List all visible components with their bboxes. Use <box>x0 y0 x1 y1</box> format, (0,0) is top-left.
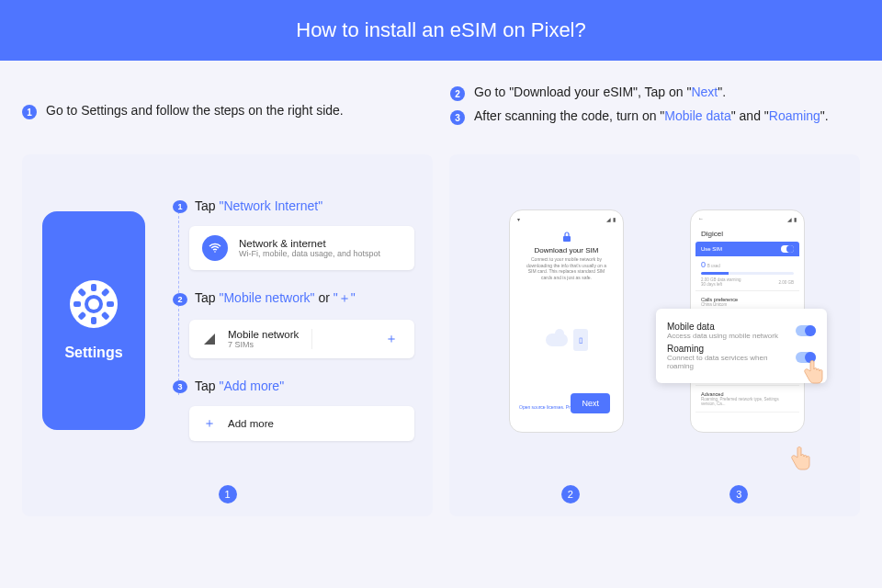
data-usage: 0 B used 2.00 GB data warning 30 days le… <box>695 256 799 291</box>
card-title: Add more <box>228 418 274 429</box>
plus-icon: ＋ <box>202 415 217 432</box>
roaming-link: Roaming <box>769 108 820 123</box>
page-header: How to install an eSIM on Pixel? <box>0 0 882 61</box>
svg-rect-5 <box>107 301 114 307</box>
plus-icon[interactable]: ＋ <box>381 331 401 347</box>
substep-1: 1 Tap "Network Internet" Network & inter… <box>173 198 414 270</box>
mobile-data-label: Mobile data <box>667 322 778 332</box>
use-sim-banner: Use SIM <box>695 242 799 256</box>
mobile-data-sub: Access data using mobile network <box>667 332 778 340</box>
card-title: Mobile network <box>228 329 299 340</box>
sim-chip-icon: ▯ <box>573 329 588 351</box>
intro-step-2: 2 Go to "Download your eSIM", Tap on "Ne… <box>450 85 860 101</box>
step-number-badge: 2 <box>450 86 465 101</box>
mobile-data-link: Mobile data <box>664 108 730 123</box>
roaming-row: Roaming Connect to data services when ro… <box>667 344 816 370</box>
add-more-link: "Add more" <box>219 379 284 393</box>
mobile-data-toggle[interactable] <box>796 325 816 336</box>
step-text: Go to "Download your eSIM", Tap on "Next… <box>474 85 726 99</box>
svg-rect-4 <box>74 301 81 307</box>
intro-step-3: 3 After scanning the code, turn on "Mobi… <box>450 108 860 125</box>
statusbar: ▾◢ ▮ <box>514 216 618 226</box>
carrier-name: Digicel <box>695 226 799 242</box>
step-number-badge: 3 <box>450 110 465 125</box>
download-sim-phone-mock: ▾◢ ▮ Download your SIM Connect to your m… <box>509 209 624 433</box>
settings-label: Settings <box>64 345 122 361</box>
lock-icon <box>514 232 618 243</box>
download-sim-subtitle: Connect to your mobile network by downlo… <box>514 254 618 282</box>
divider <box>311 329 312 349</box>
signal-icon <box>202 332 217 346</box>
gear-icon <box>70 280 118 328</box>
intro-step-1: 1 Go to Settings and follow the steps on… <box>22 103 432 119</box>
next-link: Next <box>691 85 718 99</box>
plus-link: "＋" <box>334 290 356 305</box>
network-internet-card[interactable]: Network & internet Wi-Fi, mobile, data u… <box>189 226 414 270</box>
substep-2: 2 Tap "Mobile network" or "＋" Mobile net… <box>173 290 414 358</box>
roaming-label: Roaming <box>667 344 796 354</box>
pointer-hand-icon <box>797 356 827 386</box>
next-button[interactable]: Next <box>571 393 610 413</box>
step-number-badge: 1 <box>22 105 37 119</box>
panel-badge-3: 3 <box>729 485 748 503</box>
wifi-icon <box>202 235 228 261</box>
card-subtitle: Wi-Fi, mobile, data usage, and hotspot <box>239 249 380 258</box>
settings-phone-mock: Settings <box>42 211 145 430</box>
usage-bar <box>701 272 794 275</box>
add-more-card[interactable]: ＋ Add more <box>189 406 414 441</box>
substep-number: 3 <box>173 380 187 393</box>
cloud-icon <box>546 334 568 346</box>
panel-badge-1: 1 <box>219 485 237 503</box>
step-text: Go to Settings and follow the steps on t… <box>46 103 344 118</box>
substep-number: 1 <box>173 200 187 213</box>
card-subtitle: 7 SIMs <box>228 340 299 349</box>
sim-illustration: ▯ <box>514 308 618 372</box>
roaming-sub: Connect to data services when roaming <box>667 354 796 370</box>
mobile-data-row: Mobile data Access data using mobile net… <box>667 322 816 340</box>
svg-rect-2 <box>91 284 96 291</box>
mobile-network-card[interactable]: Mobile network 7 SIMs ＋ <box>189 320 414 358</box>
use-sim-toggle[interactable] <box>781 245 794 253</box>
download-sim-title: Download your SIM <box>514 246 618 254</box>
svg-rect-12 <box>563 236 571 242</box>
card-title: Network & internet <box>239 238 380 249</box>
svg-rect-3 <box>91 317 96 324</box>
svg-point-10 <box>88 299 99 310</box>
network-internet-link: "Network Internet" <box>219 198 322 213</box>
substep-3: 3 Tap "Add more" ＋ Add more <box>173 379 414 441</box>
substep-number: 2 <box>173 293 187 306</box>
panel-badge-2: 2 <box>561 485 580 503</box>
mobile-network-link: "Mobile network" <box>219 290 314 305</box>
page-title: How to install an eSIM on Pixel? <box>296 18 586 41</box>
svg-point-11 <box>214 251 216 253</box>
statusbar: ←◢ ▮ <box>695 216 799 226</box>
intro-row: 1 Go to Settings and follow the steps on… <box>22 77 860 132</box>
step-text: After scanning the code, turn on "Mobile… <box>474 108 829 123</box>
panel-step-2-3: ▾◢ ▮ Download your SIM Connect to your m… <box>449 154 860 516</box>
panel-step-1: Settings 1 Tap "Network Internet" Networ… <box>22 154 433 516</box>
pointer-hand-icon <box>785 443 814 472</box>
advanced-row[interactable]: Advanced Roaming, Preferred network type… <box>695 386 799 413</box>
